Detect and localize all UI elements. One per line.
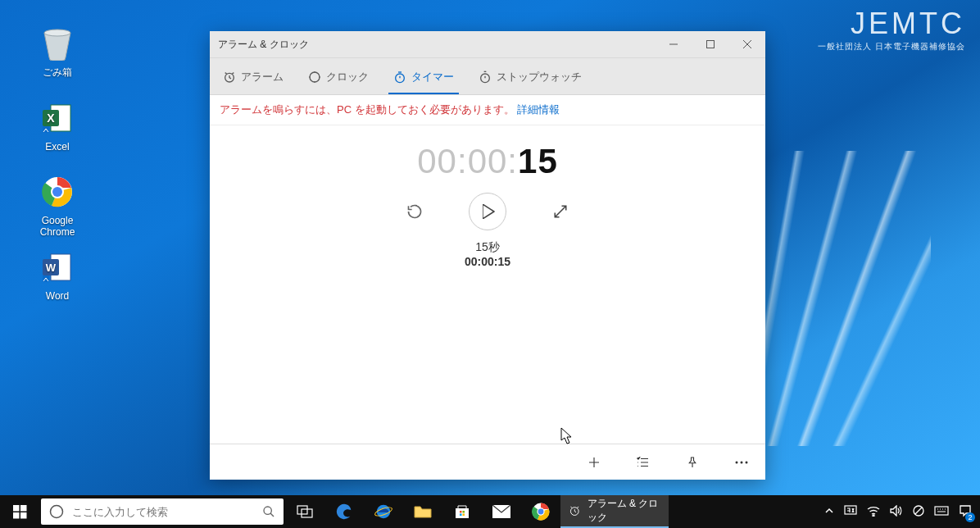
minimize-button[interactable] <box>655 31 692 58</box>
window-title: アラーム & クロック <box>210 38 309 52</box>
more-button[interactable] <box>733 453 751 471</box>
taskbar-chrome[interactable] <box>521 495 560 528</box>
expand-button[interactable] <box>551 202 570 221</box>
tab-label: タイマー <box>411 70 454 84</box>
system-tray <box>816 504 980 520</box>
chrome-icon <box>532 503 550 521</box>
play-icon <box>483 204 496 219</box>
add-timer-button[interactable] <box>585 453 603 471</box>
svg-point-23 <box>746 461 748 463</box>
recycle-bin-icon <box>38 23 77 62</box>
timer-content: 00:00:15 15秒 00:00:15 <box>210 125 765 444</box>
desktop-icon-excel[interactable]: X Excel <box>25 98 90 152</box>
timer-controls <box>210 193 765 230</box>
titlebar[interactable]: アラーム & クロック <box>210 31 765 58</box>
tray-ime-icon[interactable] <box>844 504 857 520</box>
svg-text:W: W <box>46 262 57 274</box>
svg-point-22 <box>741 461 743 463</box>
alarm-icon <box>223 71 236 84</box>
taskbar-edge[interactable] <box>324 495 364 528</box>
search-input[interactable] <box>72 506 254 518</box>
maximize-button[interactable] <box>692 31 728 58</box>
svg-rect-13 <box>706 41 714 48</box>
alarms-clock-window: アラーム & クロック アラーム クロック タイマー ストップ <box>210 31 765 480</box>
svg-point-29 <box>264 507 271 514</box>
command-bar <box>210 444 765 480</box>
svg-point-0 <box>44 30 70 36</box>
tray-keyboard-icon[interactable] <box>934 506 949 518</box>
edge-icon <box>335 503 353 521</box>
mail-icon <box>492 505 510 518</box>
tray-wifi-icon[interactable] <box>867 505 880 519</box>
tab-clock[interactable]: クロック <box>303 65 374 94</box>
timer-remaining: 00:00:15 <box>210 255 765 268</box>
desktop[interactable]: JEMTC 一般社団法人 日本電子機器補修協会 ごみ箱 X Excel Goog… <box>0 0 980 528</box>
timer-icon <box>393 71 406 84</box>
close-button[interactable] <box>728 31 765 58</box>
svg-rect-36 <box>460 514 462 517</box>
alarm-icon <box>569 503 581 518</box>
window-buttons <box>655 31 765 58</box>
taskbar-explorer[interactable] <box>403 495 442 528</box>
windows-icon <box>13 505 27 519</box>
info-warning-text: アラームを鳴らすには、PC を起動しておく必要があります。 <box>220 103 515 116</box>
tray-chevron-icon[interactable] <box>824 506 834 518</box>
taskview-icon <box>297 505 313 518</box>
plus-icon <box>587 455 601 470</box>
select-button[interactable] <box>634 453 652 471</box>
svg-rect-26 <box>13 512 20 519</box>
taskbar-store[interactable] <box>442 495 482 528</box>
stopwatch-icon <box>479 71 492 84</box>
tab-timer[interactable]: タイマー <box>388 65 459 94</box>
svg-rect-37 <box>463 514 465 517</box>
list-select-icon <box>636 455 651 470</box>
taskbar-app-label: アラーム & クロック <box>588 497 660 525</box>
svg-rect-30 <box>297 506 307 514</box>
tab-label: ストップウォッチ <box>497 70 582 84</box>
pin-button[interactable] <box>683 453 701 471</box>
taskbar-active-app[interactable]: アラーム & クロック <box>560 495 669 528</box>
svg-rect-43 <box>845 506 856 514</box>
timer-display[interactable]: 00:00:15 <box>210 125 765 181</box>
start-button[interactable] <box>0 495 39 528</box>
info-bar: アラームを鳴らすには、PC を起動しておく必要があります。 詳細情報 <box>210 95 765 125</box>
clock-icon <box>308 71 321 84</box>
taskbar-mail[interactable] <box>482 495 521 528</box>
word-icon: W <box>38 248 77 287</box>
timer-meta: 15秒 00:00:15 <box>210 240 765 268</box>
tray-volume-icon[interactable] <box>890 505 903 519</box>
desktop-icon-chrome[interactable]: Google Chrome <box>25 172 90 238</box>
svg-rect-34 <box>460 511 462 513</box>
timer-name: 15秒 <box>210 240 765 255</box>
watermark-sub: 一般社団法人 日本電子機器補修協会 <box>818 41 965 52</box>
play-button[interactable] <box>469 193 506 230</box>
tab-alarm[interactable]: アラーム <box>218 65 288 94</box>
ie-icon <box>374 503 392 521</box>
reset-button[interactable] <box>405 202 424 221</box>
info-details-link[interactable]: 詳細情報 <box>517 103 560 116</box>
watermark-brand: JEMTC <box>818 7 965 41</box>
taskbar-search[interactable] <box>41 498 284 525</box>
tray-notifications-icon[interactable] <box>959 504 972 520</box>
tab-stopwatch[interactable]: ストップウォッチ <box>474 65 587 94</box>
svg-point-28 <box>51 506 63 518</box>
svg-text:X: X <box>47 112 55 125</box>
tab-label: クロック <box>326 70 369 84</box>
svg-point-7 <box>52 187 62 197</box>
desktop-icon-word[interactable]: W Word <box>25 248 90 302</box>
desktop-icon-recycle-bin[interactable]: ごみ箱 <box>25 23 90 80</box>
taskbar-ie[interactable] <box>364 495 403 528</box>
svg-point-44 <box>873 515 874 517</box>
desktop-icon-label: Word <box>25 290 90 302</box>
taskbar: アラーム & クロック <box>0 495 980 528</box>
taskbar-taskview[interactable] <box>285 495 324 528</box>
chrome-icon <box>38 172 77 212</box>
svg-marker-20 <box>483 204 494 219</box>
tray-block-icon[interactable] <box>913 505 924 519</box>
folder-icon <box>414 504 432 519</box>
svg-point-21 <box>736 461 738 463</box>
desktop-icon-label: Google Chrome <box>25 215 90 238</box>
desktop-icon-label: Excel <box>25 141 90 152</box>
ellipsis-icon <box>734 460 749 465</box>
svg-point-17 <box>310 72 320 82</box>
